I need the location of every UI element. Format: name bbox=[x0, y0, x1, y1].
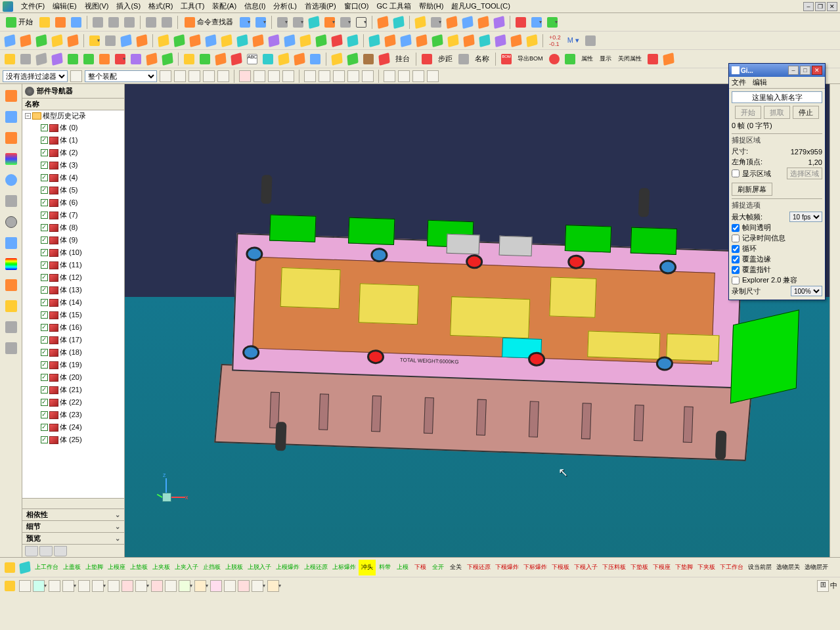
r3-target[interactable] bbox=[547, 52, 562, 66]
checkbox-icon[interactable] bbox=[41, 299, 48, 306]
close-button[interactable]: ✕ bbox=[827, 2, 837, 11]
rb-app[interactable] bbox=[3, 235, 19, 251]
tree-item-body-16[interactable]: 体 (16) bbox=[22, 321, 124, 334]
rec-size-select[interactable]: 100% bbox=[791, 286, 822, 296]
b2-f[interactable] bbox=[92, 580, 104, 592]
mold-layer-btn-31[interactable]: 选物层关 bbox=[774, 560, 802, 575]
r3-e[interactable] bbox=[81, 52, 96, 66]
mold-layer-btn-30[interactable]: 设当前层 bbox=[746, 560, 774, 575]
menu-ugtool[interactable]: 超凡UG_TOOL(C) bbox=[447, 0, 514, 12]
menu-insert[interactable]: 插入(S) bbox=[112, 0, 144, 12]
rb-pick[interactable] bbox=[3, 277, 19, 293]
b2-n[interactable] bbox=[210, 580, 222, 592]
r3-t[interactable] bbox=[345, 52, 360, 66]
rb-roles[interactable] bbox=[3, 298, 19, 314]
explorer-compat-checkbox[interactable] bbox=[732, 277, 740, 284]
b2-p[interactable] bbox=[238, 580, 250, 592]
r2-aa[interactable] bbox=[430, 34, 445, 48]
mold-layer-btn-12[interactable]: 上标爆炸 bbox=[330, 560, 358, 575]
edges-button[interactable]: ▾ bbox=[338, 15, 353, 30]
rb-history[interactable] bbox=[3, 193, 19, 209]
mold-layer-btn-28[interactable]: 下夹板 bbox=[696, 560, 717, 575]
fb-r[interactable] bbox=[427, 70, 439, 82]
b2-k[interactable] bbox=[165, 580, 177, 592]
fb-i[interactable] bbox=[282, 70, 294, 82]
tree-item-body-5[interactable]: 体 (5) bbox=[22, 184, 124, 196]
r2-ad[interactable]: ▾ bbox=[477, 34, 492, 48]
dialog-titlebar[interactable]: Gi... – □ ✕ bbox=[729, 64, 825, 77]
checkbox-icon[interactable] bbox=[41, 286, 48, 294]
model-history-tree[interactable]: − 模型历史记录 体 (0)体 (1)体 (2)体 (3)体 (4)体 (5)体… bbox=[22, 110, 124, 498]
menu-preferences[interactable]: 首选项(P) bbox=[301, 0, 340, 12]
checkbox-icon[interactable] bbox=[41, 236, 48, 244]
r2-r[interactable] bbox=[282, 34, 297, 48]
start-button[interactable]: 开始▾ bbox=[3, 15, 36, 30]
fb-a[interactable] bbox=[160, 70, 171, 82]
menu-tools[interactable]: 工具(T) bbox=[177, 0, 208, 12]
r2-v[interactable] bbox=[345, 34, 360, 48]
b2-h[interactable] bbox=[122, 580, 133, 592]
menu-view[interactable]: 视图(V) bbox=[81, 0, 113, 12]
b2-c[interactable] bbox=[49, 580, 60, 592]
tree-item-body-18[interactable]: 体 (18) bbox=[22, 346, 124, 359]
mold-layer-btn-14[interactable]: 料带 bbox=[376, 560, 393, 575]
checkbox-icon[interactable] bbox=[41, 336, 48, 344]
attr-label[interactable]: 属性 bbox=[579, 55, 596, 63]
cut-button[interactable] bbox=[91, 15, 105, 30]
b2-g[interactable] bbox=[108, 580, 120, 592]
command-finder-button[interactable]: 命令查找器 bbox=[181, 15, 236, 30]
navigator-hscroll[interactable] bbox=[22, 498, 124, 508]
r2-h[interactable] bbox=[119, 34, 133, 48]
r3-j[interactable] bbox=[160, 52, 175, 66]
rb-constraint-navigator[interactable] bbox=[3, 130, 19, 146]
b2-lamp[interactable] bbox=[3, 579, 17, 593]
tree-item-body-12[interactable]: 体 (12) bbox=[22, 271, 124, 284]
checkbox-icon[interactable] bbox=[41, 261, 48, 269]
r2-af[interactable] bbox=[509, 34, 523, 48]
tree-item-body-8[interactable]: 体 (8) bbox=[22, 221, 124, 234]
fb-b[interactable] bbox=[174, 70, 186, 82]
mold-layer-btn-10[interactable]: 上模爆炸 bbox=[274, 560, 301, 575]
mold-layer-btn-11[interactable]: 上模还原 bbox=[302, 560, 330, 575]
mold-layer-btn-27[interactable]: 下垫脚 bbox=[673, 560, 695, 575]
save-button[interactable] bbox=[69, 15, 83, 30]
dim-a[interactable] bbox=[514, 15, 528, 30]
layer-button[interactable]: ▾ bbox=[354, 15, 368, 30]
mold-layer-btn-8[interactable]: 上脱板 bbox=[223, 560, 245, 575]
mold-layer-btn-6[interactable]: 上夹入子 bbox=[173, 560, 200, 575]
show-region-checkbox[interactable] bbox=[732, 169, 740, 177]
r3-u[interactable] bbox=[361, 52, 376, 66]
wireframe-button[interactable]: ▾ bbox=[322, 15, 337, 30]
render-button[interactable]: ▾ bbox=[307, 15, 321, 30]
tree-item-body-21[interactable]: 体 (21) bbox=[22, 384, 124, 396]
r3-b[interactable] bbox=[34, 52, 49, 66]
r2-l[interactable]: ▾ bbox=[188, 34, 202, 48]
mold-layer-btn-25[interactable]: 下垫板 bbox=[629, 560, 650, 575]
tree-item-body-10[interactable]: 体 (10) bbox=[22, 246, 124, 259]
mold-layer-btn-13[interactable]: 冲头 bbox=[359, 560, 376, 575]
fb-n[interactable] bbox=[362, 70, 374, 82]
fb-m[interactable] bbox=[347, 70, 359, 82]
mold-layer-btn-32[interactable]: 选物层开 bbox=[803, 560, 830, 575]
fb-d[interactable] bbox=[203, 70, 215, 82]
tree-item-body-2[interactable]: 体 (2) bbox=[22, 146, 124, 159]
rb-hdweb[interactable] bbox=[3, 172, 19, 188]
b2-a[interactable] bbox=[19, 580, 31, 592]
checkbox-icon[interactable] bbox=[41, 436, 48, 443]
capture-name-input[interactable] bbox=[732, 91, 822, 103]
asm-b[interactable]: ▾ bbox=[429, 15, 443, 30]
fb-h[interactable] bbox=[268, 70, 280, 82]
name-label[interactable]: 名称 bbox=[472, 54, 492, 64]
menu-edit[interactable]: 编辑(E) bbox=[49, 0, 81, 12]
step-label[interactable]: 步距 bbox=[435, 54, 455, 64]
fb-o[interactable] bbox=[384, 70, 395, 82]
tree-item-body-6[interactable]: 体 (6) bbox=[22, 196, 124, 209]
checkbox-icon[interactable] bbox=[41, 386, 48, 394]
redo-button[interactable] bbox=[160, 15, 174, 30]
nav-tab-2[interactable] bbox=[39, 546, 53, 556]
r3-abc[interactable]: ABC bbox=[245, 52, 259, 66]
r3-bom[interactable]: BOM bbox=[499, 52, 514, 66]
mold-layer-btn-21[interactable]: 下标爆炸 bbox=[521, 560, 549, 575]
mold-layer-btn-7[interactable]: 止挡板 bbox=[201, 560, 223, 575]
r3-g[interactable]: ▾ bbox=[113, 52, 127, 66]
